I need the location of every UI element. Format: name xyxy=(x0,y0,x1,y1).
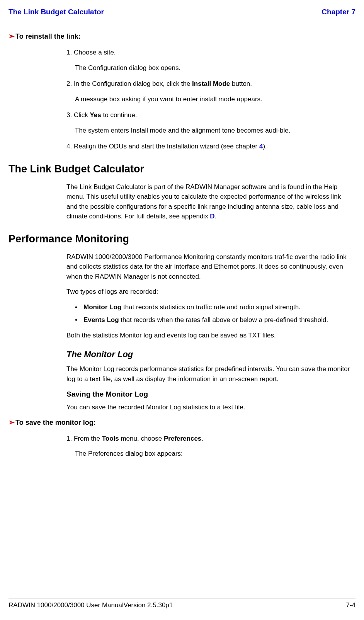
save-s1-d: Preferences xyxy=(164,435,201,442)
save-step-1: 1. From the Tools menu, choose Preferenc… xyxy=(66,434,352,444)
monitor-log-paragraph: The Monitor Log records performance stat… xyxy=(66,364,352,384)
header-left: The Link Budget Calculator xyxy=(9,8,104,16)
bullet-1-text: Monitor Log that records statistics on t… xyxy=(83,302,301,312)
step-4-link[interactable]: 4 xyxy=(259,143,263,150)
page-header: The Link Budget Calculator Chapter 7 xyxy=(9,8,355,16)
footer-divider xyxy=(9,598,355,598)
save-step-1-result: The Preferences dialog box appears: xyxy=(75,449,352,459)
procedure-arrow-icon: ➢ xyxy=(9,418,15,426)
footer-left: RADWIN 1000/2000/3000 User ManualVersion… xyxy=(9,601,173,609)
lb-text-a: The Link Budget Calculator is part of th… xyxy=(66,183,341,220)
bullet-monitor-log: • Monitor Log that records statistics on… xyxy=(75,302,352,312)
procedure-title-save-log: ➢To save the monitor log: xyxy=(9,418,355,427)
save-s1-c: menu, choose xyxy=(119,435,164,442)
save-s1-e: . xyxy=(201,435,203,442)
step-2-text-c: button. xyxy=(230,80,252,87)
pm-paragraph-1: RADWIN 1000/2000/3000 Performance Monito… xyxy=(66,252,352,282)
link-budget-paragraph: The Link Budget Calculator is part of th… xyxy=(66,182,352,221)
step-3: 3. Click Yes to continue. xyxy=(66,110,352,120)
step-3-bold: Yes xyxy=(90,111,101,119)
save-s1-b: Tools xyxy=(102,435,119,442)
page-footer: RADWIN 1000/2000/3000 User ManualVersion… xyxy=(9,598,355,609)
step-4: 4. Realign the ODUs and start the Instal… xyxy=(66,141,352,152)
save-s1-a: 1. From the xyxy=(66,435,102,442)
heading-performance-monitoring: Performance Monitoring xyxy=(9,233,355,245)
header-right: Chapter 7 xyxy=(321,8,355,16)
heading-link-budget: The Link Budget Calculator xyxy=(9,163,355,175)
bullet-2-bold: Events Log xyxy=(83,316,119,324)
lb-text-c: . xyxy=(215,213,217,220)
step-3-text-c: to continue. xyxy=(101,111,137,119)
procedure-title-text-2: To save the monitor log: xyxy=(15,419,96,426)
bullet-events-log: • Events Log that records when the rates… xyxy=(75,315,352,325)
bullet-dot-icon: • xyxy=(75,302,83,312)
bullet-1-rest: that records statistics on traffic rate … xyxy=(121,303,301,311)
step-2-text-a: 2. In the Configuration dialog box, clic… xyxy=(66,80,192,87)
procedure-arrow-icon: ➢ xyxy=(9,32,15,40)
step-2: 2. In the Configuration dialog box, clic… xyxy=(66,79,352,89)
step-2-result: A message box asking if you want to ente… xyxy=(75,94,352,104)
step-2-bold: Install Mode xyxy=(192,80,230,87)
footer-page-number: 7-4 xyxy=(346,601,355,609)
bullet-dot-icon: • xyxy=(75,315,83,325)
bullet-1-bold: Monitor Log xyxy=(83,303,121,311)
heading-monitor-log: The Monitor Log xyxy=(66,349,352,359)
step-1: 1. Choose a site. xyxy=(66,48,352,58)
step-3-text-a: 3. Click xyxy=(66,111,90,119)
appendix-d-link[interactable]: D xyxy=(210,213,214,220)
step-1-result: The Configuration dialog box opens. xyxy=(75,63,352,73)
bullet-2-rest: that records when the rates fall above o… xyxy=(119,316,328,324)
heading-saving-monitor-log: Saving the Monitor Log xyxy=(66,390,352,399)
procedure-title-reinstall: ➢To reinstall the link: xyxy=(9,32,355,41)
step-4-text-c: ). xyxy=(263,143,267,150)
log-bullets: • Monitor Log that records statistics on… xyxy=(75,302,352,325)
bullet-2-text: Events Log that records when the rates f… xyxy=(83,315,328,325)
step-4-text-a: 4. Realign the ODUs and start the Instal… xyxy=(66,143,259,150)
pm-paragraph-3: Both the statistics Monitor log and even… xyxy=(66,330,352,341)
step-3-result: The system enters Install mode and the a… xyxy=(75,126,352,136)
procedure-title-text: To reinstall the link: xyxy=(15,32,81,40)
saving-monitor-log-paragraph: You can save the recorded Monitor Log st… xyxy=(66,402,352,412)
pm-paragraph-2: Two types of logs are recorded: xyxy=(66,287,352,297)
